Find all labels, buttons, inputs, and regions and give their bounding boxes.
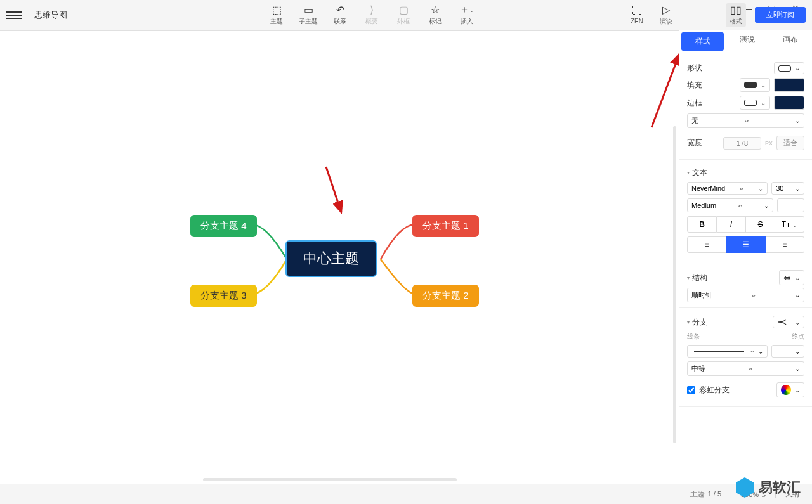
font-weight-dropdown[interactable]: Medium▴▾ (687, 198, 773, 212)
boundary-button: ▢外框 (393, 4, 414, 26)
shape-dropdown[interactable] (774, 62, 804, 74)
zen-button[interactable]: ⛶ZEN (627, 5, 647, 25)
svg-line-3 (652, 54, 679, 127)
mindmap: 中心主题 分支主题 1 分支主题 2 分支主题 3 分支主题 4 (0, 31, 679, 484)
svg-line-1 (326, 167, 341, 212)
structure-label: 结构 (692, 273, 779, 283)
rounded-rect-icon (778, 65, 791, 72)
topic-icon: ⬚ (272, 4, 282, 16)
logo-icon (736, 477, 754, 498)
watermark: 易软汇 (736, 477, 801, 498)
structure-icon: ⇔ (783, 273, 791, 283)
relation-icon: ↶ (336, 4, 344, 16)
subtopic-icon: ▭ (304, 4, 313, 16)
align-right-button[interactable]: ≡ (766, 236, 804, 253)
branch-icon (777, 318, 791, 326)
insert-button[interactable]: ＋⌄插入 (457, 4, 477, 26)
marker-button[interactable]: ☆标记 (425, 4, 445, 26)
panel-tabs: 样式 演说 画布 (679, 30, 812, 53)
solid-fill-icon (744, 82, 757, 88)
align-left-button[interactable]: ≡ (687, 236, 726, 253)
text-style-group: B I S Tᴛ ⌄ (687, 216, 804, 233)
rainbow-checkbox-row[interactable]: 彩虹分支 (687, 385, 730, 396)
toolbar: ⬚主题 ▭子主题 ↶联系 ⟩概要 ▢外框 ☆标记 ＋⌄插入 (266, 4, 477, 26)
fit-button[interactable]: 适合 (776, 136, 804, 150)
structure-icon-dropdown[interactable]: ⇔ (779, 270, 804, 285)
textcase-button[interactable]: Tᴛ ⌄ (775, 216, 804, 233)
structure-section: 结构 ⇔ 顺时针▴▾ (679, 262, 812, 308)
star-icon: ☆ (431, 4, 440, 16)
plus-icon: ＋⌄ (459, 4, 475, 16)
branch-node-1[interactable]: 分支主题 1 (412, 215, 479, 237)
font-size-dropdown[interactable]: 30 (771, 182, 804, 195)
border-style-dropdown[interactable] (740, 96, 770, 110)
logo-text: 易软汇 (759, 478, 801, 497)
format-icon: ▯▯ (730, 4, 742, 16)
italic-button[interactable]: I (717, 216, 746, 233)
endpoint-label: 终点 (792, 332, 804, 341)
play-icon: ▷ (662, 4, 670, 16)
topic-button[interactable]: ⬚主题 (266, 4, 287, 26)
bold-button[interactable]: B (687, 216, 717, 233)
summary-button: ⟩概要 (362, 4, 382, 26)
vertical-scrollbar[interactable] (673, 126, 676, 443)
border-width-dropdown[interactable]: 无▴▾ (687, 113, 804, 128)
rainbow-color-dropdown[interactable] (776, 382, 804, 397)
border-color-swatch[interactable] (774, 96, 804, 110)
branch-node-2[interactable]: 分支主题 2 (412, 285, 479, 307)
app-title: 思维导图 (34, 10, 67, 21)
shape-section: 形状 填充 边框 无▴▾ 宽度 PX 适合 (679, 53, 812, 160)
zen-icon: ⛶ (632, 5, 642, 16)
font-family-dropdown[interactable]: NeverMind▴▾ (687, 182, 768, 195)
header: 思维导图 ⬚主题 ▭子主题 ↶联系 ⟩概要 ▢外框 ☆标记 ＋⌄插入 ⛶ZEN … (0, 0, 812, 30)
endpoint-dropdown[interactable]: — (771, 345, 804, 358)
fill-style-dropdown[interactable] (740, 78, 770, 92)
branch-style-dropdown[interactable] (773, 316, 804, 328)
branch-label: 分支 (692, 317, 773, 328)
center-node[interactable]: 中心主题 (285, 240, 377, 277)
branch-section: 分支 线条 终点 ▴▾ — 中等▴▾ 彩虹分支 (679, 308, 812, 407)
tab-present[interactable]: 演说 (726, 30, 768, 53)
shape-label: 形状 (687, 63, 702, 74)
structure-dropdown[interactable]: 顺时针▴▾ (687, 288, 804, 302)
present-button[interactable]: ▷演说 (656, 4, 676, 26)
line-style-dropdown[interactable]: ▴▾ (687, 345, 768, 358)
summary-icon: ⟩ (370, 4, 374, 16)
tab-canvas[interactable]: 画布 (769, 30, 812, 53)
rainbow-checkbox[interactable] (687, 386, 695, 394)
line-label: 线条 (687, 332, 700, 341)
tab-style[interactable]: 样式 (681, 32, 724, 51)
subtopic-button[interactable]: ▭子主题 (298, 4, 318, 26)
branch-node-4[interactable]: 分支主题 4 (190, 215, 257, 237)
thickness-dropdown[interactable]: 中等▴▾ (687, 361, 804, 376)
text-section-label: 文本 (692, 167, 804, 178)
format-button[interactable]: ▯▯格式 (726, 3, 746, 27)
width-input[interactable] (723, 137, 761, 150)
fill-color-swatch[interactable] (774, 78, 804, 92)
strike-button[interactable]: S (746, 216, 775, 233)
subscribe-button[interactable]: 立即订阅 (755, 7, 806, 23)
canvas[interactable]: 中心主题 分支主题 1 分支主题 2 分支主题 3 分支主题 4 (0, 30, 679, 484)
align-center-button[interactable]: ☰ (726, 236, 765, 253)
rainbow-icon (781, 385, 791, 395)
right-panel: 样式 演说 画布 形状 填充 边框 无▴▾ 宽度 (679, 30, 812, 484)
fill-label: 填充 (687, 80, 702, 91)
footer: 主题: 1 / 5 | 100% ▴▾ | 大纲 (0, 484, 812, 504)
topic-count-label: 主题: 1 / 5 (690, 489, 722, 499)
border-label: 边框 (687, 98, 702, 108)
text-section: 文本 NeverMind▴▾ 30 Medium▴▾ B I S Tᴛ ⌄ ≡ … (679, 160, 812, 262)
boundary-icon: ▢ (399, 4, 409, 16)
width-label: 宽度 (687, 138, 702, 148)
horizontal-scrollbar[interactable] (203, 478, 457, 481)
border-icon (744, 100, 757, 106)
relation-button[interactable]: ↶联系 (330, 4, 350, 26)
font-color-swatch[interactable] (777, 198, 804, 212)
menu-icon[interactable] (6, 8, 22, 23)
text-align-group: ≡ ☰ ≡ (687, 236, 804, 253)
branch-node-3[interactable]: 分支主题 3 (190, 285, 257, 307)
